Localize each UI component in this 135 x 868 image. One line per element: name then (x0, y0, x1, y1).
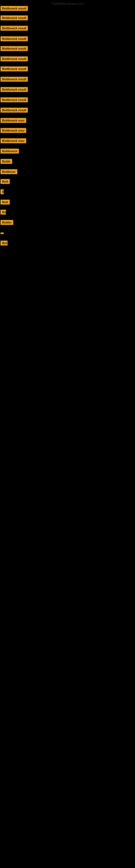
bottleneck-result-row: Bottlenec (1, 169, 17, 175)
bottleneck-result-badge[interactable]: Bottleneck result (1, 77, 28, 82)
bottleneck-result-badge[interactable]: Bottleneck resu (1, 128, 26, 133)
bottleneck-result-badge[interactable] (1, 232, 4, 234)
bottleneck-result-badge[interactable]: Bottleneck (1, 149, 19, 154)
bottleneck-result-badge[interactable]: Bottleneck resu (1, 138, 26, 143)
bottleneck-result-badge[interactable]: Bottleneck result (1, 46, 28, 51)
bottleneck-result-row: Bottleneck result (1, 97, 28, 103)
bottleneck-result-row: Bottleneck result (1, 66, 28, 72)
bottleneck-result-row: Bottleneck result (1, 36, 28, 42)
bottleneck-result-row: Bottleneck result (1, 77, 28, 83)
bottleneck-result-badge[interactable]: Bottleneck result (1, 26, 28, 31)
bottleneck-result-row: Bo (1, 210, 6, 216)
bottleneck-result-row: Bott (1, 179, 10, 185)
bottleneck-result-badge[interactable]: Bottleneck resu (1, 118, 26, 123)
bottleneck-result-badge[interactable]: Bott (1, 199, 10, 205)
bottleneck-result-row: Bottleneck result (1, 16, 28, 22)
bottleneck-result-row: Bottleneck resu (1, 118, 26, 124)
bottleneck-result-badge[interactable]: Bot (1, 241, 8, 246)
bottleneck-result-row: Bott (1, 199, 10, 206)
bottleneck-result-row: Bottleneck result (1, 87, 28, 93)
bottleneck-result-badge[interactable]: Bottleneck result (1, 66, 28, 71)
bottleneck-result-row: B (1, 189, 4, 195)
bottleneck-result-badge[interactable]: Bott (1, 179, 10, 184)
bottleneck-result-badge[interactable]: Bottleneck result (1, 6, 28, 11)
bottleneck-result-badge[interactable]: Bottle (1, 159, 12, 164)
bottleneck-result-row: Bottleneck resu (1, 128, 26, 134)
bottleneck-result-badge[interactable]: Bottleneck result (1, 36, 28, 41)
bottleneck-result-row: Bottleneck result (1, 46, 28, 52)
bottleneck-result-row (1, 230, 4, 235)
bottleneck-result-badge[interactable]: Bottlenec (1, 169, 17, 174)
bottleneck-result-row: Bottleneck (1, 149, 19, 155)
bottleneck-result-badge[interactable]: Bottleneck result (1, 97, 28, 102)
site-title: TheBottlenecker.com (0, 2, 135, 6)
bottleneck-result-row: Bottleneck result (1, 56, 28, 62)
bottleneck-result-badge[interactable]: Bottleneck result (1, 56, 28, 61)
bottleneck-result-row: Bottleneck result (1, 108, 28, 114)
bottleneck-result-badge[interactable]: B (1, 189, 4, 194)
bottleneck-result-row: Bottleneck result (1, 6, 28, 12)
bottleneck-result-badge[interactable]: Bottleneck result (1, 16, 28, 20)
bottleneck-result-row: Bot (1, 241, 8, 247)
bottleneck-result-badge[interactable]: Bottleneck result (1, 108, 28, 113)
bottleneck-result-badge[interactable]: Bottler (1, 220, 13, 225)
bottleneck-result-row: Bottleneck result (1, 26, 28, 32)
bottleneck-result-row: Bottle (1, 159, 12, 165)
bottleneck-result-badge[interactable]: Bottleneck result (1, 87, 28, 92)
bottleneck-result-row: Bottleneck resu (1, 138, 26, 144)
bottleneck-result-badge[interactable]: Bo (1, 210, 6, 215)
bottleneck-result-row: Bottler (1, 220, 13, 226)
